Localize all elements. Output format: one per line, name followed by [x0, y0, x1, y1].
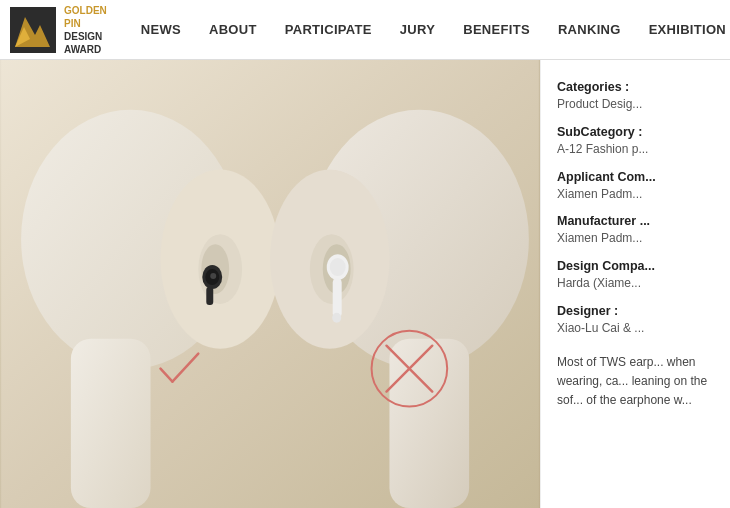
nav-ranking[interactable]: RANKING — [544, 0, 635, 60]
product-illustration — [0, 60, 540, 508]
nav-about[interactable]: ABOUT — [195, 0, 271, 60]
subcategory-label: SubCategory : — [557, 125, 714, 139]
categories-label: Categories : — [557, 80, 714, 94]
svg-point-11 — [210, 273, 216, 279]
logo-text: GOLDEN PIN DESIGN AWARD — [64, 4, 107, 56]
design-company-label: Design Compa... — [557, 259, 714, 273]
logo[interactable]: GOLDEN PIN DESIGN AWARD — [10, 4, 107, 56]
applicant-label: Applicant Com... — [557, 170, 714, 184]
nav-news[interactable]: NEWS — [127, 0, 195, 60]
subcategory-value: A-12 Fashion p... — [557, 141, 714, 158]
manufacturer-label: Manufacturer ... — [557, 214, 714, 228]
design-company-value: Harda (Xiame... — [557, 275, 714, 292]
site-header: GOLDEN PIN DESIGN AWARD NEWS ABOUT PARTI… — [0, 0, 730, 60]
product-image-area — [0, 60, 540, 508]
svg-rect-6 — [71, 339, 151, 508]
svg-rect-22 — [333, 278, 342, 318]
designer-label: Designer : — [557, 304, 714, 318]
subcategory-row: SubCategory : A-12 Fashion p... — [557, 125, 714, 158]
manufacturer-value: Xiamen Padm... — [557, 230, 714, 247]
categories-value: Product Desig... — [557, 96, 714, 113]
logo-icon — [10, 7, 56, 53]
svg-rect-17 — [389, 339, 469, 508]
applicant-value: Xiamen Padm... — [557, 186, 714, 203]
svg-point-23 — [332, 313, 341, 323]
designer-row: Designer : Xiao-Lu Cai & ... — [557, 304, 714, 337]
nav-benefits[interactable]: BENEFITS — [449, 0, 544, 60]
svg-point-21 — [330, 258, 346, 276]
applicant-row: Applicant Com... Xiamen Padm... — [557, 170, 714, 203]
design-company-row: Design Compa... Harda (Xiame... — [557, 259, 714, 292]
main-content: Categories : Product Desig... SubCategor… — [0, 60, 730, 508]
svg-rect-12 — [206, 287, 213, 305]
product-description: Most of TWS earp... when wearing, ca... … — [557, 353, 714, 411]
main-nav: NEWS ABOUT PARTICIPATE JURY BENEFITS RAN… — [127, 0, 730, 60]
info-panel: Categories : Product Desig... SubCategor… — [540, 60, 730, 508]
nav-jury[interactable]: JURY — [386, 0, 449, 60]
manufacturer-row: Manufacturer ... Xiamen Padm... — [557, 214, 714, 247]
nav-exhibition[interactable]: EXHIBITION — [635, 0, 730, 60]
designer-value: Xiao-Lu Cai & ... — [557, 320, 714, 337]
nav-participate[interactable]: PARTICIPATE — [271, 0, 386, 60]
categories-row: Categories : Product Desig... — [557, 80, 714, 113]
